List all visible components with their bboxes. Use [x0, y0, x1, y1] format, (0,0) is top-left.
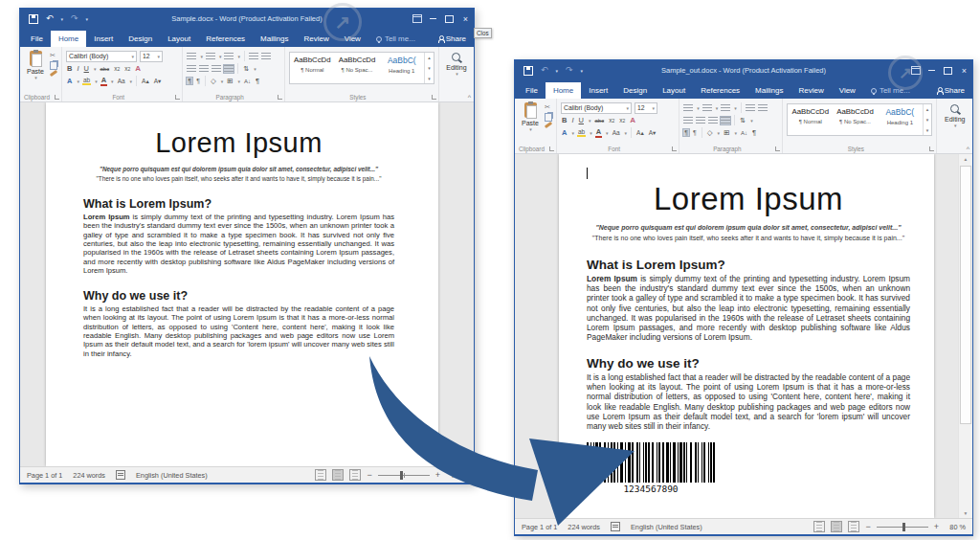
paragraph-dialog-launcher-icon[interactable]: [278, 95, 282, 100]
qat-customize-icon[interactable]: ▾: [581, 68, 584, 74]
font-color-button[interactable]: A: [100, 76, 107, 86]
borders-icon[interactable]: ⊞: [226, 77, 234, 85]
scroll-down-icon[interactable]: ▾: [965, 508, 968, 518]
format-painter-icon[interactable]: [50, 70, 57, 77]
bold-button[interactable]: B: [66, 64, 73, 73]
tab-file[interactable]: File: [518, 82, 546, 99]
strikethrough-button[interactable]: abc: [99, 66, 110, 72]
text-effects-button[interactable]: A: [66, 77, 73, 85]
styles-scroll-down-icon[interactable]: ▾: [926, 117, 929, 123]
shrink-font-button[interactable]: A▾: [153, 78, 163, 85]
grow-font-button[interactable]: A▴: [635, 129, 645, 137]
zoom-out-icon[interactable]: −: [367, 471, 371, 480]
font-size-combo[interactable]: 12▾: [635, 102, 657, 114]
font-dialog-launcher-icon[interactable]: [672, 146, 677, 151]
tell-me-box[interactable]: Tell me...: [863, 82, 918, 99]
document-page[interactable]: Lorem Ipsum "Neque porro quisquam est qu…: [559, 154, 934, 518]
numbering-icon[interactable]: [702, 104, 712, 112]
strikethrough-button[interactable]: abc: [593, 118, 605, 124]
ltr-direction-icon[interactable]: ¶: [187, 78, 192, 84]
show-paragraph-marks-icon[interactable]: ¶: [255, 77, 260, 85]
tab-references[interactable]: References: [198, 31, 253, 47]
maximize-icon[interactable]: [940, 60, 956, 80]
underline-caret-icon[interactable]: ▾: [589, 118, 591, 124]
tab-layout[interactable]: Layout: [160, 31, 198, 47]
format-painter-icon[interactable]: [545, 122, 552, 128]
paste-button[interactable]: Paste ▾: [519, 101, 542, 144]
tab-mailings[interactable]: Mailings: [747, 82, 791, 99]
line-spacing-icon[interactable]: ⇅: [739, 117, 746, 124]
style-heading1[interactable]: AaBbC( Heading 1: [379, 53, 424, 83]
word-count[interactable]: 224 words: [568, 523, 600, 531]
close-icon[interactable]: ×: [457, 9, 474, 29]
underline-button[interactable]: U: [578, 116, 585, 124]
justify-icon[interactable]: [721, 117, 730, 124]
read-mode-icon[interactable]: [315, 469, 326, 481]
proofing-icon[interactable]: [611, 522, 620, 531]
proofing-icon[interactable]: [116, 470, 125, 480]
style-normal[interactable]: AaBbCcDd ¶ Normal: [290, 53, 335, 83]
zoom-in-icon[interactable]: +: [934, 523, 939, 531]
increase-indent-icon[interactable]: [758, 104, 768, 112]
tab-home[interactable]: Home: [51, 31, 86, 47]
tab-review[interactable]: Review: [296, 31, 336, 47]
multilevel-list-icon[interactable]: [721, 104, 730, 112]
paragraph-dialog-launcher-icon[interactable]: [775, 146, 780, 151]
undo-icon[interactable]: ↶: [46, 14, 54, 23]
shading-icon[interactable]: ◇: [210, 77, 217, 85]
align-center-icon[interactable]: [199, 65, 209, 73]
styles-scroll-up-icon[interactable]: ▴: [926, 106, 929, 112]
ribbon-display-options-icon[interactable]: [409, 9, 425, 29]
page-indicator[interactable]: Page 1 of 1: [522, 523, 557, 531]
collapse-ribbon-icon[interactable]: ^: [967, 146, 969, 152]
undo-caret-icon[interactable]: ▾: [556, 68, 559, 74]
paste-button[interactable]: Paste ▾: [24, 50, 47, 92]
zoom-in-icon[interactable]: +: [435, 471, 440, 480]
document-page[interactable]: Lorem Ipsum "Neque porro quisquam est qu…: [46, 102, 438, 466]
superscript-button[interactable]: x2: [618, 117, 626, 124]
qat-customize-icon[interactable]: ▾: [86, 16, 89, 22]
document-area[interactable]: Lorem Ipsum "Neque porro quisquam est qu…: [515, 154, 972, 518]
scroll-up-icon[interactable]: ▴: [965, 154, 968, 164]
font-color-button[interactable]: A: [595, 127, 602, 138]
save-icon[interactable]: [523, 66, 533, 76]
align-right-icon[interactable]: [212, 65, 221, 73]
align-center-icon[interactable]: [696, 117, 705, 124]
underline-caret-icon[interactable]: ▾: [94, 66, 97, 72]
zoom-slider[interactable]: [378, 475, 430, 476]
style-heading1[interactable]: AaBbC( Heading 1: [878, 104, 923, 135]
styles-dialog-launcher-icon[interactable]: [929, 146, 934, 151]
line-spacing-icon[interactable]: ⇅: [242, 65, 250, 73]
word-count[interactable]: 224 words: [73, 471, 105, 480]
zoom-slider-thumb[interactable]: [902, 523, 905, 531]
font-name-combo[interactable]: Calibri (Body)▾: [561, 102, 632, 114]
show-paragraph-marks-icon[interactable]: ¶: [751, 128, 757, 137]
tab-view[interactable]: View: [832, 82, 863, 99]
multilevel-list-icon[interactable]: [224, 53, 234, 60]
bullets-icon[interactable]: [683, 104, 693, 112]
web-layout-icon[interactable]: [349, 469, 361, 481]
maximize-icon[interactable]: [441, 9, 457, 29]
tell-me-box[interactable]: Tell me...: [368, 31, 423, 47]
tab-file[interactable]: File: [23, 31, 51, 47]
ribbon-display-options-icon[interactable]: [907, 60, 924, 80]
justify-icon[interactable]: [224, 65, 234, 73]
highlight-color-button[interactable]: ab: [82, 77, 91, 85]
subscript-button[interactable]: x2: [608, 117, 615, 124]
italic-button[interactable]: I: [76, 64, 79, 73]
vertical-scrollbar[interactable]: ▴ ▾: [958, 154, 972, 518]
rtl-direction-icon[interactable]: ¶: [692, 129, 698, 136]
shading-icon[interactable]: ◇: [706, 128, 714, 137]
tab-references[interactable]: References: [693, 82, 747, 99]
sort-icon[interactable]: A↓: [740, 130, 748, 136]
collapse-ribbon-icon[interactable]: ^: [468, 94, 471, 101]
style-no-spacing[interactable]: AaBbCcDd ¶ No Spac...: [335, 53, 380, 83]
scrollbar-thumb[interactable]: [960, 166, 971, 424]
bullets-icon[interactable]: [187, 53, 196, 60]
zoom-slider-thumb[interactable]: [400, 471, 403, 480]
text-effects-icon[interactable]: A: [134, 64, 142, 73]
print-layout-icon[interactable]: [831, 521, 842, 532]
cut-icon[interactable]: ✂: [545, 103, 552, 111]
tab-view[interactable]: View: [337, 31, 368, 47]
redo-icon[interactable]: ↷: [71, 14, 78, 23]
